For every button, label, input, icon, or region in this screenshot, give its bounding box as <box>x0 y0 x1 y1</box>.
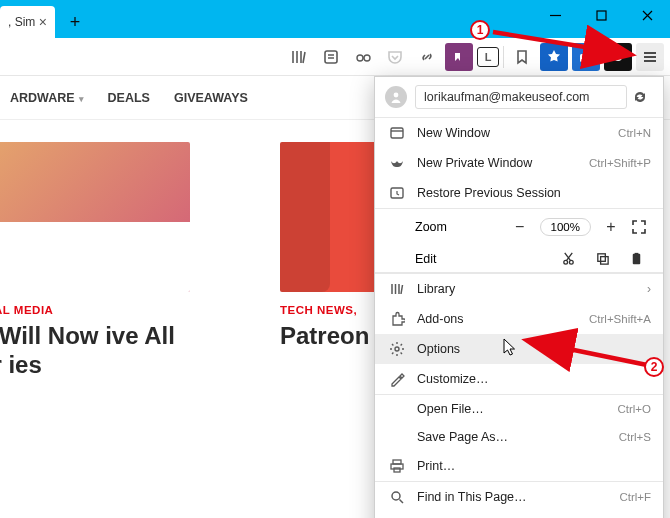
maximize-button[interactable] <box>578 0 624 30</box>
menu-shortcut: Ctrl+S <box>619 431 651 443</box>
tab-close-icon[interactable]: × <box>39 14 47 30</box>
menu-new-private-window[interactable]: New Private Window Ctrl+Shift+P <box>375 148 663 178</box>
article-category[interactable]: NEWS, SOCIAL MEDIA <box>0 304 190 316</box>
menu-customize[interactable]: Customize… <box>375 364 663 394</box>
lastpass-icon[interactable]: L <box>477 47 499 67</box>
restore-icon <box>387 185 407 201</box>
onenote-icon[interactable] <box>445 43 473 71</box>
paste-button[interactable] <box>619 251 653 266</box>
menu-find[interactable]: Find in This Page… Ctrl+F <box>375 481 663 512</box>
menu-options[interactable]: Options <box>375 334 663 364</box>
account-row: lorikaufman@makeuseof.com <box>375 77 663 117</box>
library-icon[interactable] <box>285 43 313 71</box>
menu-print[interactable]: Print… <box>375 451 663 481</box>
title-bar: , Simp × + <box>0 0 670 38</box>
svg-rect-1 <box>325 51 337 63</box>
svg-rect-14 <box>632 254 640 264</box>
svg-point-2 <box>357 55 363 61</box>
menu-label: New Private Window <box>417 156 589 170</box>
menu-zoom-row: Zoom − 100% + <box>375 208 663 245</box>
svg-point-10 <box>563 260 567 264</box>
browser-tab[interactable]: , Simp × <box>0 6 55 38</box>
tab-title: , Simp <box>8 15 35 29</box>
svg-rect-8 <box>391 128 403 138</box>
toolbar-separator <box>503 46 504 68</box>
svg-point-6 <box>614 53 622 61</box>
zoom-out-button[interactable]: − <box>506 215 534 239</box>
article-headline: agram Will Now ive All of Your ies <box>0 322 190 380</box>
star-icon[interactable] <box>540 43 568 71</box>
menu-save-page-as[interactable]: Save Page As… Ctrl+S <box>375 423 663 451</box>
svg-point-7 <box>394 93 399 98</box>
svg-point-20 <box>392 492 400 500</box>
gear-icon <box>387 341 407 357</box>
svg-rect-15 <box>634 253 638 255</box>
pocket-icon[interactable] <box>381 43 409 71</box>
svg-point-11 <box>569 260 573 264</box>
menu-shortcut: Ctrl+Shift+P <box>589 157 651 169</box>
menu-label: Library <box>417 282 647 296</box>
menu-shortcut: Ctrl+N <box>618 127 651 139</box>
close-window-button[interactable] <box>624 0 670 30</box>
menu-shortcut: Ctrl+O <box>617 403 651 415</box>
search-icon <box>387 489 407 505</box>
menu-shortcut: Ctrl+F <box>619 491 651 503</box>
reader-icon[interactable] <box>317 43 345 71</box>
menu-label: Customize… <box>417 372 651 386</box>
bookmark-icon[interactable] <box>508 43 536 71</box>
svg-rect-13 <box>600 257 608 265</box>
zoom-in-button[interactable]: + <box>597 215 625 239</box>
link-icon[interactable] <box>413 43 441 71</box>
menu-addons[interactable]: Add-ons Ctrl+Shift+A <box>375 304 663 334</box>
menu-label: Open File… <box>417 402 617 416</box>
glasses-icon[interactable] <box>349 43 377 71</box>
puzzle-icon <box>387 311 407 327</box>
menu-label: New Window <box>417 126 618 140</box>
extension-icon[interactable] <box>604 43 632 71</box>
minimize-button[interactable] <box>532 0 578 30</box>
copy-button[interactable] <box>585 251 619 266</box>
svg-point-16 <box>395 347 399 351</box>
svg-rect-19 <box>394 468 400 472</box>
window-controls <box>532 0 670 30</box>
menu-open-file[interactable]: Open File… Ctrl+O <box>375 394 663 423</box>
nav-item-deals[interactable]: DEALS <box>108 91 150 105</box>
hamburger-menu-button[interactable] <box>636 43 664 71</box>
article-left[interactable]: NEWS, SOCIAL MEDIA agram Will Now ive Al… <box>0 142 190 380</box>
nav-item-giveaways[interactable]: GIVEAWAYS <box>174 91 248 105</box>
printer-icon <box>387 458 407 474</box>
zoom-label: Zoom <box>385 220 441 234</box>
menu-label: Save Page As… <box>417 430 619 444</box>
avatar-icon[interactable] <box>385 86 407 108</box>
chevron-right-icon: › <box>647 282 651 296</box>
sync-button[interactable] <box>627 89 653 105</box>
cut-button[interactable] <box>551 251 585 266</box>
library-icon <box>387 281 407 297</box>
menu-restore-session[interactable]: Restore Previous Session <box>375 178 663 208</box>
menu-edit-row: Edit <box>375 245 663 273</box>
menu-library[interactable]: Library › <box>375 273 663 304</box>
article-thumb <box>0 142 190 292</box>
app-menu-panel: lorikaufman@makeuseof.com New Window Ctr… <box>374 76 664 518</box>
paint-icon <box>387 371 407 387</box>
account-email[interactable]: lorikaufman@makeuseof.com <box>415 85 627 109</box>
edit-label: Edit <box>385 252 441 266</box>
chevron-down-icon: ▾ <box>79 94 84 104</box>
menu-more[interactable]: More › <box>375 512 663 518</box>
fullscreen-button[interactable] <box>625 219 653 235</box>
menu-label: Add-ons <box>417 312 589 326</box>
nav-item-hardware[interactable]: ARDWARE▾ <box>10 91 84 105</box>
menu-label: Print… <box>417 459 651 473</box>
new-tab-button[interactable]: + <box>61 8 89 36</box>
svg-rect-0 <box>597 11 606 20</box>
menu-new-window[interactable]: New Window Ctrl+N <box>375 117 663 148</box>
menu-label: Options <box>417 342 651 356</box>
camera-icon[interactable] <box>572 43 600 71</box>
mask-icon <box>387 155 407 171</box>
menu-label: Find in This Page… <box>417 490 619 504</box>
menu-label: Restore Previous Session <box>417 186 651 200</box>
svg-rect-12 <box>597 254 605 262</box>
svg-point-5 <box>584 55 588 59</box>
toolbar: L <box>0 38 670 76</box>
zoom-level[interactable]: 100% <box>540 218 591 236</box>
